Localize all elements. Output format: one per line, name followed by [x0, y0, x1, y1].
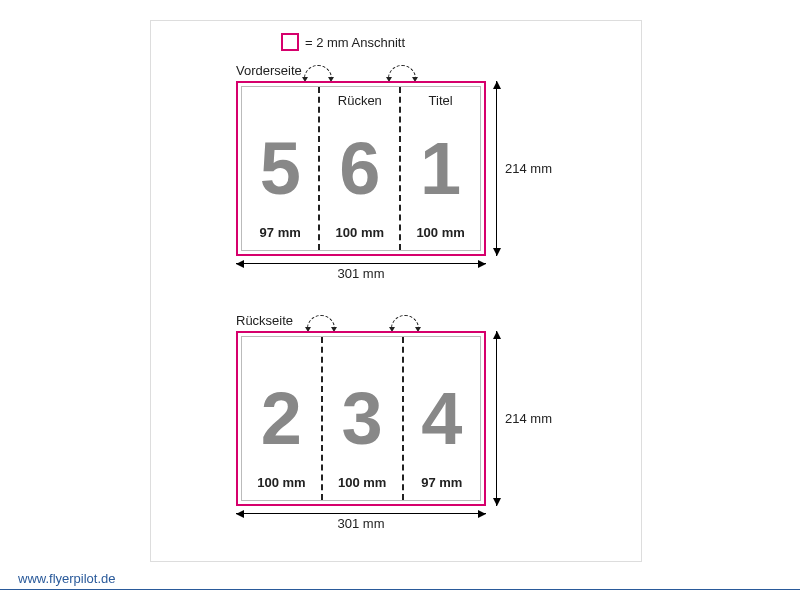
back-height-text: 214 mm — [505, 411, 552, 426]
panel-head: Titel — [429, 93, 453, 108]
dim-line — [236, 263, 486, 264]
front-sheet: 5 97 mm Rücken 6 100 mm Titel 1 100 mm — [236, 81, 486, 256]
panel-dim: 100 mm — [338, 475, 386, 490]
panel-number: 3 — [342, 382, 383, 456]
back-sheet: 2 100 mm 3 100 mm 4 97 mm — [236, 331, 486, 506]
back-panel-2: 2 100 mm — [242, 337, 323, 500]
front-panel-6: Rücken 6 100 mm — [320, 87, 401, 250]
panel-number: 6 — [339, 132, 380, 206]
panel-dim: 100 mm — [416, 225, 464, 240]
fold-arc — [307, 315, 335, 330]
fold-arc — [388, 65, 416, 80]
legend-text: = 2 mm Anschnitt — [305, 35, 405, 50]
panel-dim: 97 mm — [421, 475, 462, 490]
front-width-dim: 301 mm — [236, 263, 486, 281]
panel-head: Rücken — [338, 93, 382, 108]
front-height-dim: 214 mm — [496, 81, 552, 256]
back-height-dim: 214 mm — [496, 331, 552, 506]
panel-number: 4 — [421, 382, 462, 456]
front-height-text: 214 mm — [505, 161, 552, 176]
panel-dim: 97 mm — [260, 225, 301, 240]
back-width-dim: 301 mm — [236, 513, 486, 531]
front-sheet-inner: 5 97 mm Rücken 6 100 mm Titel 1 100 mm — [241, 86, 481, 251]
dim-line — [496, 81, 497, 256]
back-label: Rückseite — [236, 313, 293, 328]
back-block: Rückseite 2 100 mm 3 100 mm 4 97 mm — [236, 331, 486, 506]
footer-divider — [0, 589, 800, 590]
legend-swatch — [281, 33, 299, 51]
panel-dim: 100 mm — [257, 475, 305, 490]
panel-number: 1 — [420, 132, 461, 206]
front-panel-1: Titel 1 100 mm — [401, 87, 480, 250]
panel-number: 2 — [261, 382, 302, 456]
dim-line — [496, 331, 497, 506]
front-block: Vorderseite 5 97 mm Rücken 6 100 mm Tite… — [236, 81, 486, 256]
panel-dim: 100 mm — [336, 225, 384, 240]
front-width-text: 301 mm — [338, 266, 385, 281]
panel-number: 5 — [260, 132, 301, 206]
back-panel-3: 3 100 mm — [323, 337, 404, 500]
back-panel-4: 4 97 mm — [404, 337, 480, 500]
footer-url: www.flyerpilot.de — [18, 571, 116, 586]
front-label: Vorderseite — [236, 63, 302, 78]
diagram-canvas: = 2 mm Anschnitt Vorderseite 5 97 mm Rüc… — [150, 20, 642, 562]
dim-line — [236, 513, 486, 514]
front-panel-5: 5 97 mm — [242, 87, 320, 250]
fold-arc — [391, 315, 419, 330]
back-sheet-inner: 2 100 mm 3 100 mm 4 97 mm — [241, 336, 481, 501]
bleed-legend: = 2 mm Anschnitt — [281, 33, 405, 51]
fold-arc — [304, 65, 332, 80]
back-width-text: 301 mm — [338, 516, 385, 531]
